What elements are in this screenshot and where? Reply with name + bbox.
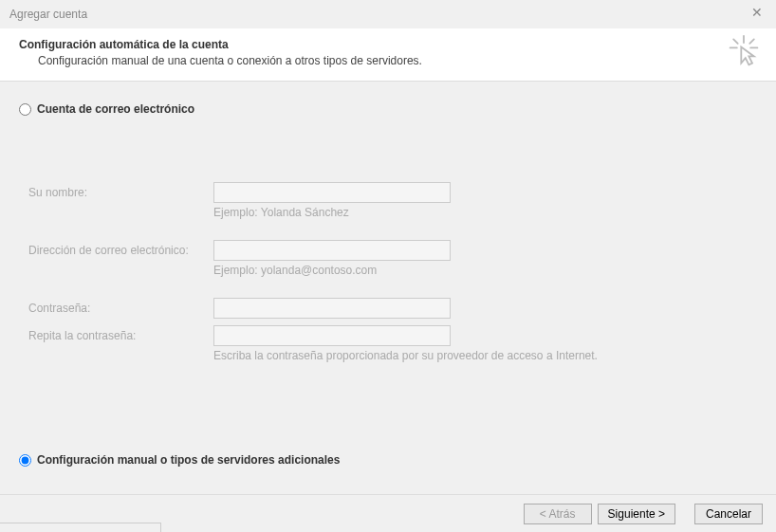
email-input bbox=[213, 240, 451, 261]
radio-manual-label: Configuración manual o tipos de servidor… bbox=[37, 453, 340, 467]
window-title: Agregar cuenta bbox=[9, 8, 87, 21]
wizard-header: Configuración automática de la cuenta Co… bbox=[0, 28, 776, 82]
email-hint: Ejemplo: yolanda@contoso.com bbox=[213, 264, 451, 277]
close-icon[interactable]: ✕ bbox=[746, 4, 768, 21]
radio-manual[interactable] bbox=[19, 454, 31, 467]
svg-line-3 bbox=[733, 39, 738, 44]
radio-option-email-account[interactable]: Cuenta de correo electrónico bbox=[19, 102, 757, 116]
back-button: < Atrás bbox=[524, 504, 592, 524]
wizard-title: Configuración automática de la cuenta bbox=[19, 38, 757, 51]
titlebar: Agregar cuenta ✕ bbox=[0, 0, 776, 28]
footer-divider bbox=[0, 523, 161, 532]
radio-option-manual[interactable]: Configuración manual o tipos de servidor… bbox=[19, 453, 340, 467]
password2-label: Repita la contraseña: bbox=[28, 325, 213, 342]
email-label: Dirección de correo electrónico: bbox=[28, 240, 213, 257]
wizard-footer: < Atrás Siguiente > Cancelar bbox=[0, 494, 776, 532]
cancel-button[interactable]: Cancelar bbox=[694, 504, 763, 524]
password-label: Contraseña: bbox=[28, 298, 213, 315]
name-hint: Ejemplo: Yolanda Sánchez bbox=[213, 206, 451, 219]
wizard-subtitle: Configuración manual de una cuenta o con… bbox=[38, 54, 757, 67]
wizard-content: Cuenta de correo electrónico Su nombre: … bbox=[0, 82, 776, 381]
account-form: Su nombre: Ejemplo: Yolanda Sánchez Dire… bbox=[28, 182, 757, 368]
name-label: Su nombre: bbox=[28, 182, 213, 199]
svg-line-4 bbox=[749, 39, 754, 44]
password-input bbox=[213, 298, 451, 319]
name-input bbox=[213, 182, 451, 203]
radio-email-account-label: Cuenta de correo electrónico bbox=[37, 102, 194, 116]
password-hint: Escriba la contraseña proporcionada por … bbox=[213, 349, 598, 362]
next-button[interactable]: Siguiente > bbox=[598, 504, 675, 524]
radio-email-account[interactable] bbox=[19, 103, 31, 116]
cursor-click-icon bbox=[727, 34, 761, 71]
password2-input bbox=[213, 325, 451, 346]
